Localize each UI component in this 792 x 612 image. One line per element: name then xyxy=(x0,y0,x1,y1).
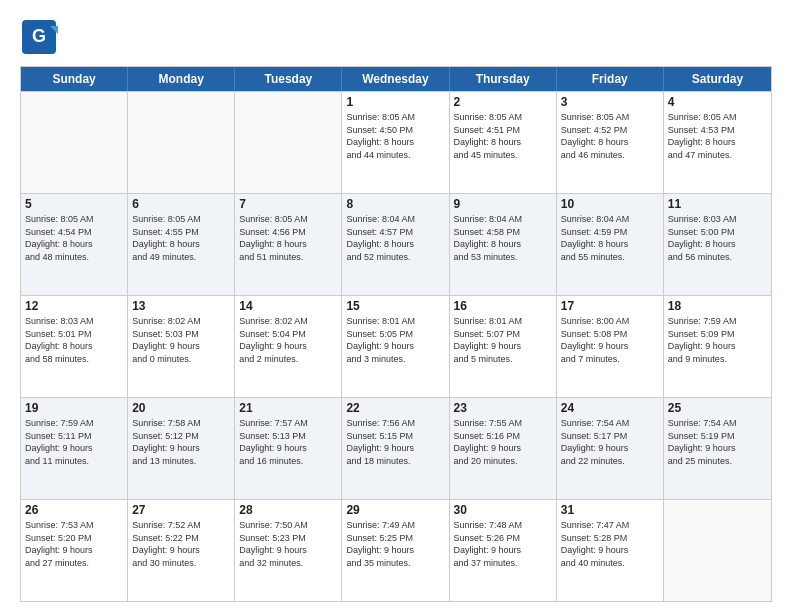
empty-cell-0-2 xyxy=(235,92,342,193)
day-info: Sunrise: 7:49 AM Sunset: 5:25 PM Dayligh… xyxy=(346,519,444,569)
day-number: 30 xyxy=(454,503,552,517)
day-info: Sunrise: 8:05 AM Sunset: 4:55 PM Dayligh… xyxy=(132,213,230,263)
day-info: Sunrise: 8:02 AM Sunset: 5:04 PM Dayligh… xyxy=(239,315,337,365)
day-info: Sunrise: 7:53 AM Sunset: 5:20 PM Dayligh… xyxy=(25,519,123,569)
header-cell-sunday: Sunday xyxy=(21,67,128,91)
day-cell-28: 28Sunrise: 7:50 AM Sunset: 5:23 PM Dayli… xyxy=(235,500,342,601)
calendar-row-1: 5Sunrise: 8:05 AM Sunset: 4:54 PM Daylig… xyxy=(21,193,771,295)
day-info: Sunrise: 7:59 AM Sunset: 5:11 PM Dayligh… xyxy=(25,417,123,467)
header-cell-monday: Monday xyxy=(128,67,235,91)
day-number: 2 xyxy=(454,95,552,109)
empty-cell-0-0 xyxy=(21,92,128,193)
day-info: Sunrise: 7:54 AM Sunset: 5:19 PM Dayligh… xyxy=(668,417,767,467)
calendar-row-3: 19Sunrise: 7:59 AM Sunset: 5:11 PM Dayli… xyxy=(21,397,771,499)
day-info: Sunrise: 7:59 AM Sunset: 5:09 PM Dayligh… xyxy=(668,315,767,365)
day-cell-24: 24Sunrise: 7:54 AM Sunset: 5:17 PM Dayli… xyxy=(557,398,664,499)
day-number: 25 xyxy=(668,401,767,415)
day-info: Sunrise: 7:58 AM Sunset: 5:12 PM Dayligh… xyxy=(132,417,230,467)
day-number: 1 xyxy=(346,95,444,109)
day-cell-3: 3Sunrise: 8:05 AM Sunset: 4:52 PM Daylig… xyxy=(557,92,664,193)
day-cell-21: 21Sunrise: 7:57 AM Sunset: 5:13 PM Dayli… xyxy=(235,398,342,499)
day-info: Sunrise: 8:05 AM Sunset: 4:52 PM Dayligh… xyxy=(561,111,659,161)
day-info: Sunrise: 7:52 AM Sunset: 5:22 PM Dayligh… xyxy=(132,519,230,569)
header-cell-tuesday: Tuesday xyxy=(235,67,342,91)
day-number: 5 xyxy=(25,197,123,211)
calendar-body: 1Sunrise: 8:05 AM Sunset: 4:50 PM Daylig… xyxy=(21,91,771,601)
header-cell-friday: Friday xyxy=(557,67,664,91)
day-info: Sunrise: 8:05 AM Sunset: 4:54 PM Dayligh… xyxy=(25,213,123,263)
day-cell-23: 23Sunrise: 7:55 AM Sunset: 5:16 PM Dayli… xyxy=(450,398,557,499)
day-number: 6 xyxy=(132,197,230,211)
day-number: 13 xyxy=(132,299,230,313)
day-number: 11 xyxy=(668,197,767,211)
header-cell-thursday: Thursday xyxy=(450,67,557,91)
empty-cell-0-1 xyxy=(128,92,235,193)
calendar: SundayMondayTuesdayWednesdayThursdayFrid… xyxy=(20,66,772,602)
day-info: Sunrise: 7:48 AM Sunset: 5:26 PM Dayligh… xyxy=(454,519,552,569)
day-info: Sunrise: 7:55 AM Sunset: 5:16 PM Dayligh… xyxy=(454,417,552,467)
day-cell-26: 26Sunrise: 7:53 AM Sunset: 5:20 PM Dayli… xyxy=(21,500,128,601)
day-info: Sunrise: 8:05 AM Sunset: 4:53 PM Dayligh… xyxy=(668,111,767,161)
day-info: Sunrise: 8:04 AM Sunset: 4:59 PM Dayligh… xyxy=(561,213,659,263)
day-number: 3 xyxy=(561,95,659,109)
day-info: Sunrise: 8:03 AM Sunset: 5:00 PM Dayligh… xyxy=(668,213,767,263)
svg-text:G: G xyxy=(32,26,46,46)
day-number: 7 xyxy=(239,197,337,211)
day-cell-5: 5Sunrise: 8:05 AM Sunset: 4:54 PM Daylig… xyxy=(21,194,128,295)
day-cell-7: 7Sunrise: 8:05 AM Sunset: 4:56 PM Daylig… xyxy=(235,194,342,295)
logo: G xyxy=(20,18,62,60)
day-cell-18: 18Sunrise: 7:59 AM Sunset: 5:09 PM Dayli… xyxy=(664,296,771,397)
day-number: 31 xyxy=(561,503,659,517)
day-cell-4: 4Sunrise: 8:05 AM Sunset: 4:53 PM Daylig… xyxy=(664,92,771,193)
day-cell-22: 22Sunrise: 7:56 AM Sunset: 5:15 PM Dayli… xyxy=(342,398,449,499)
calendar-row-0: 1Sunrise: 8:05 AM Sunset: 4:50 PM Daylig… xyxy=(21,91,771,193)
day-number: 15 xyxy=(346,299,444,313)
day-info: Sunrise: 8:01 AM Sunset: 5:05 PM Dayligh… xyxy=(346,315,444,365)
day-cell-2: 2Sunrise: 8:05 AM Sunset: 4:51 PM Daylig… xyxy=(450,92,557,193)
day-number: 21 xyxy=(239,401,337,415)
day-info: Sunrise: 7:56 AM Sunset: 5:15 PM Dayligh… xyxy=(346,417,444,467)
day-number: 28 xyxy=(239,503,337,517)
day-cell-16: 16Sunrise: 8:01 AM Sunset: 5:07 PM Dayli… xyxy=(450,296,557,397)
calendar-row-4: 26Sunrise: 7:53 AM Sunset: 5:20 PM Dayli… xyxy=(21,499,771,601)
day-info: Sunrise: 8:04 AM Sunset: 4:58 PM Dayligh… xyxy=(454,213,552,263)
day-cell-29: 29Sunrise: 7:49 AM Sunset: 5:25 PM Dayli… xyxy=(342,500,449,601)
day-number: 22 xyxy=(346,401,444,415)
day-cell-11: 11Sunrise: 8:03 AM Sunset: 5:00 PM Dayli… xyxy=(664,194,771,295)
day-info: Sunrise: 8:05 AM Sunset: 4:50 PM Dayligh… xyxy=(346,111,444,161)
day-cell-9: 9Sunrise: 8:04 AM Sunset: 4:58 PM Daylig… xyxy=(450,194,557,295)
day-number: 24 xyxy=(561,401,659,415)
day-info: Sunrise: 8:04 AM Sunset: 4:57 PM Dayligh… xyxy=(346,213,444,263)
day-cell-8: 8Sunrise: 8:04 AM Sunset: 4:57 PM Daylig… xyxy=(342,194,449,295)
day-number: 18 xyxy=(668,299,767,313)
day-cell-31: 31Sunrise: 7:47 AM Sunset: 5:28 PM Dayli… xyxy=(557,500,664,601)
calendar-row-2: 12Sunrise: 8:03 AM Sunset: 5:01 PM Dayli… xyxy=(21,295,771,397)
day-number: 27 xyxy=(132,503,230,517)
day-cell-20: 20Sunrise: 7:58 AM Sunset: 5:12 PM Dayli… xyxy=(128,398,235,499)
day-info: Sunrise: 8:01 AM Sunset: 5:07 PM Dayligh… xyxy=(454,315,552,365)
day-cell-27: 27Sunrise: 7:52 AM Sunset: 5:22 PM Dayli… xyxy=(128,500,235,601)
day-info: Sunrise: 8:02 AM Sunset: 5:03 PM Dayligh… xyxy=(132,315,230,365)
day-info: Sunrise: 8:00 AM Sunset: 5:08 PM Dayligh… xyxy=(561,315,659,365)
day-number: 16 xyxy=(454,299,552,313)
day-number: 23 xyxy=(454,401,552,415)
day-info: Sunrise: 8:05 AM Sunset: 4:56 PM Dayligh… xyxy=(239,213,337,263)
day-info: Sunrise: 7:57 AM Sunset: 5:13 PM Dayligh… xyxy=(239,417,337,467)
day-info: Sunrise: 7:54 AM Sunset: 5:17 PM Dayligh… xyxy=(561,417,659,467)
calendar-header-row: SundayMondayTuesdayWednesdayThursdayFrid… xyxy=(21,67,771,91)
day-cell-25: 25Sunrise: 7:54 AM Sunset: 5:19 PM Dayli… xyxy=(664,398,771,499)
header: G xyxy=(20,18,772,60)
day-info: Sunrise: 7:47 AM Sunset: 5:28 PM Dayligh… xyxy=(561,519,659,569)
day-cell-12: 12Sunrise: 8:03 AM Sunset: 5:01 PM Dayli… xyxy=(21,296,128,397)
day-number: 20 xyxy=(132,401,230,415)
day-number: 9 xyxy=(454,197,552,211)
day-number: 4 xyxy=(668,95,767,109)
header-cell-wednesday: Wednesday xyxy=(342,67,449,91)
day-number: 19 xyxy=(25,401,123,415)
day-cell-6: 6Sunrise: 8:05 AM Sunset: 4:55 PM Daylig… xyxy=(128,194,235,295)
day-number: 29 xyxy=(346,503,444,517)
day-number: 17 xyxy=(561,299,659,313)
page: G SundayMondayTuesdayWednesdayThursdayFr… xyxy=(0,0,792,612)
day-cell-15: 15Sunrise: 8:01 AM Sunset: 5:05 PM Dayli… xyxy=(342,296,449,397)
day-cell-17: 17Sunrise: 8:00 AM Sunset: 5:08 PM Dayli… xyxy=(557,296,664,397)
